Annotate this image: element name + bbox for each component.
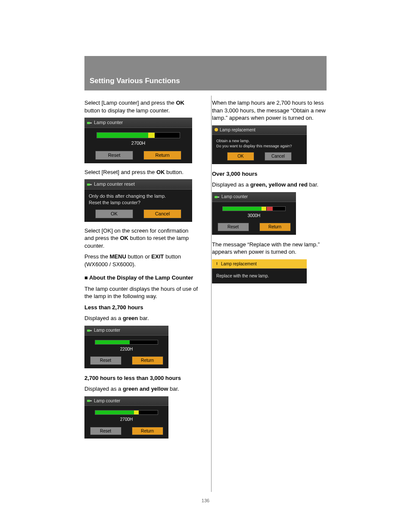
bar-green	[97, 133, 148, 138]
osd-lamp-counter-3000: Lamp counter 3000H Reset Return	[212, 192, 296, 235]
osd-lamp-counter: Lamp counter 2700H Reset Return	[84, 118, 192, 163]
lamp-icon	[87, 398, 92, 403]
progress-bar	[97, 132, 180, 138]
osd-message-line: Reset the lamp counter?	[89, 199, 188, 206]
lamp-icon	[215, 195, 220, 199]
osd-message-line: Replace with the new lamp.	[216, 273, 302, 279]
paragraph: Select [OK] on the screen for confirmati…	[84, 227, 199, 250]
hours-label: 2700H	[89, 417, 164, 423]
paragraph: Press the MENU button or EXIT button (WX…	[84, 253, 199, 268]
section-heading: ■ About the Display of the Lamp Counter	[84, 274, 199, 282]
sub-heading: 2,700 hours to less than 3,000 hours	[84, 374, 199, 382]
bar-green	[95, 411, 134, 414]
paragraph: When the lamp hours are 2,700 hours to l…	[212, 99, 327, 122]
return-button[interactable]: Return	[143, 151, 181, 160]
osd-title-text: Lamp counter	[94, 398, 120, 404]
osd-title-text: Lamp replacement	[220, 127, 255, 133]
reset-button[interactable]: Reset	[218, 223, 249, 231]
osd-titlebar: Lamp counter	[84, 396, 168, 406]
paragraph: Select [Reset] and press the OK button.	[84, 168, 199, 176]
reset-button[interactable]: Reset	[90, 356, 121, 365]
bar-green	[223, 207, 262, 211]
osd-titlebar: Lamp replacement	[212, 259, 307, 269]
cancel-button[interactable]: Cancel	[143, 209, 181, 218]
page-title: Setting Various Functions	[90, 76, 180, 86]
return-button[interactable]: Return	[132, 427, 163, 436]
osd-title-text: Lamp counter	[94, 119, 123, 126]
right-column: When the lamp hours are 2,700 hours to l…	[212, 99, 327, 444]
lamp-icon	[87, 121, 92, 125]
progress-bar	[95, 410, 158, 415]
osd-message-line: Obtain a new lamp.	[216, 138, 302, 143]
osd-titlebar: Lamp counter	[212, 192, 296, 202]
paragraph: Select [Lamp counter] and press the OK b…	[84, 99, 199, 114]
reset-button[interactable]: Reset	[95, 151, 133, 160]
osd-message-line: Only do this after changing the lamp.	[89, 193, 188, 199]
ok-button[interactable]: OK	[95, 209, 133, 218]
osd-title-text: Lamp counter	[221, 194, 248, 200]
paragraph: The message “Replace with the new lamp.”…	[212, 241, 327, 256]
sub-heading: Less than 2,700 hours	[84, 304, 199, 311]
osd-message-line: Do you want to display this message agai…	[216, 143, 302, 149]
warning-icon	[215, 128, 218, 131]
return-button[interactable]: Return	[132, 356, 163, 365]
paragraph: Displayed as a green, yellow and red bar…	[212, 181, 327, 189]
left-column: Select [Lamp counter] and press the OK b…	[84, 99, 199, 444]
return-button[interactable]: Return	[259, 223, 291, 231]
progress-bar	[95, 340, 158, 345]
reset-button[interactable]: Reset	[90, 427, 121, 436]
osd-title-text: Lamp replacement	[221, 261, 257, 267]
bar-yellow	[148, 133, 155, 138]
lamp-icon	[87, 328, 92, 333]
bar-yellow	[262, 207, 267, 211]
lamp-icon	[87, 182, 92, 187]
cancel-button[interactable]: Cancel	[265, 152, 292, 161]
sub-heading: Over 3,000 hours	[212, 170, 327, 178]
osd-lamp-replacement-replace: Lamp replacement Replace with the new la…	[212, 259, 307, 283]
osd-lamp-counter-reset: Lamp counter reset Only do this after ch…	[84, 179, 192, 221]
osd-titlebar: Lamp counter	[84, 326, 168, 336]
osd-titlebar: Lamp counter reset	[84, 179, 192, 190]
osd-title-text: Lamp counter reset	[94, 181, 135, 187]
osd-lamp-counter-2200: Lamp counter 2200H Reset Return	[84, 326, 168, 368]
paragraph: The lamp counter displays the hours of u…	[84, 285, 199, 300]
page-header: Setting Various Functions	[84, 56, 327, 90]
hours-label: 2200H	[89, 346, 164, 352]
osd-titlebar: Lamp replacement	[212, 125, 307, 135]
bar-green	[95, 340, 130, 344]
paragraph: Displayed as a green bar.	[84, 314, 199, 322]
page-number: 136	[0, 498, 411, 504]
warning-icon	[215, 261, 219, 266]
column-divider	[211, 96, 212, 492]
progress-bar	[222, 206, 286, 211]
osd-titlebar: Lamp counter	[84, 118, 192, 128]
osd-lamp-replacement-obtain: Lamp replacement Obtain a new lamp. Do y…	[212, 125, 307, 164]
hours-label: 2700H	[89, 140, 188, 146]
ok-button[interactable]: OK	[227, 152, 254, 161]
bar-yellow	[134, 411, 139, 414]
paragraph: Displayed as a green and yellow bar.	[84, 385, 199, 393]
bar-red	[267, 207, 273, 211]
osd-lamp-counter-2700: Lamp counter 2700H Reset Return	[84, 396, 168, 439]
hours-label: 3000H	[216, 213, 292, 219]
osd-title-text: Lamp counter	[94, 327, 120, 333]
